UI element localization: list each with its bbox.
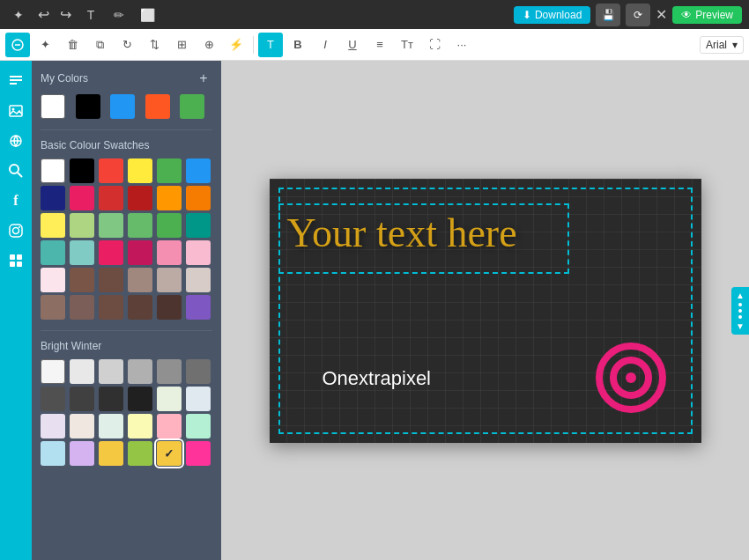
swatch-tan3[interactable]	[186, 268, 211, 292]
underline-btn[interactable]: U	[340, 33, 365, 57]
swatch-green[interactable]	[157, 158, 182, 183]
bw-gold-selected[interactable]: ✓	[157, 441, 182, 466]
swatch-red[interactable]	[99, 158, 123, 183]
swatch-brown[interactable]	[70, 268, 94, 292]
swatch-teal3[interactable]	[70, 240, 94, 265]
my-color-black[interactable]	[76, 94, 100, 119]
swatch-brown6[interactable]	[128, 295, 152, 320]
bw-darkgray[interactable]	[186, 359, 211, 384]
download-btn[interactable]: ⬇ Download	[514, 6, 590, 24]
swatch-tan2[interactable]	[157, 268, 182, 292]
swatch-lightgreen[interactable]	[70, 213, 94, 238]
swatch-purple[interactable]	[186, 295, 211, 320]
redo-btn[interactable]: ↪	[57, 6, 74, 23]
bw-hotpink2[interactable]	[186, 441, 211, 466]
bw-black[interactable]	[128, 387, 152, 411]
swatch-teal[interactable]	[186, 213, 211, 238]
undo-btn[interactable]: ↩	[35, 6, 52, 23]
my-color-orange[interactable]	[145, 94, 170, 119]
right-panel-handle[interactable]: ▲ ▼	[731, 287, 749, 335]
bw-green-pastel[interactable]	[186, 414, 211, 438]
my-color-blue[interactable]	[110, 94, 135, 119]
bw-blue1[interactable]	[186, 387, 211, 411]
instagram-sidebar-btn[interactable]	[3, 217, 29, 244]
effects-btn[interactable]: ⊕	[197, 33, 221, 57]
swatch-brown2[interactable]	[99, 268, 123, 292]
bw-gray[interactable]	[128, 359, 152, 384]
bw-mgray[interactable]	[99, 359, 123, 384]
regular-text-element[interactable]: Onextrapixel	[323, 367, 432, 390]
facebook-sidebar-btn[interactable]: f	[3, 188, 29, 214]
flip-btn[interactable]: ⇅	[142, 33, 167, 57]
align-btn[interactable]: ≡	[367, 33, 392, 57]
design-canvas[interactable]: Your text here Onextrapixel	[270, 179, 701, 443]
add-color-btn[interactable]: +	[195, 70, 212, 87]
swatch-brown7[interactable]	[157, 295, 182, 320]
swatch-yellow2[interactable]	[41, 213, 65, 238]
swatch-green3[interactable]	[157, 213, 182, 238]
select-tool-btn[interactable]: ✦	[7, 4, 30, 26]
save-btn[interactable]: 💾	[596, 4, 620, 26]
my-color-green[interactable]	[180, 94, 204, 119]
bw-green1[interactable]	[157, 387, 182, 411]
text-edit-btn[interactable]: T	[258, 33, 283, 57]
image-sidebar-btn[interactable]	[3, 98, 29, 124]
close-btn[interactable]: ✕	[656, 6, 667, 23]
animate-btn[interactable]: ⚡	[224, 33, 248, 57]
swatch-darkred[interactable]	[99, 186, 123, 210]
swatch-navy[interactable]	[41, 186, 65, 210]
bw-vdgray[interactable]	[41, 387, 65, 411]
draw-tool-btn[interactable]: ✏	[108, 4, 130, 26]
bold-btn[interactable]: B	[286, 33, 310, 57]
shape-tool-btn[interactable]: ⬜	[136, 4, 159, 26]
swatch-vdarkred[interactable]	[128, 186, 152, 210]
layers-btn[interactable]: ⊞	[169, 33, 194, 57]
bw-lavender[interactable]	[41, 414, 65, 438]
elements-sidebar-btn[interactable]	[3, 128, 29, 154]
bw-yellow-pastel[interactable]	[128, 414, 152, 438]
bw-skyblue[interactable]	[41, 441, 65, 466]
target-icon-element[interactable]	[596, 343, 666, 416]
swatch-brown3[interactable]	[41, 295, 65, 320]
my-color-white[interactable]	[41, 94, 65, 119]
bw-yellow-bright[interactable]	[99, 441, 123, 466]
bw-pink-pastel[interactable]	[157, 414, 182, 438]
swatch-rose[interactable]	[41, 268, 65, 292]
swatch-darkpink[interactable]	[128, 240, 152, 265]
swatch-darkorange[interactable]	[186, 186, 211, 210]
swatch-blue[interactable]	[186, 158, 211, 183]
swatch-brown4[interactable]	[70, 295, 94, 320]
swatch-brown5[interactable]	[99, 295, 123, 320]
bw-peach[interactable]	[70, 414, 94, 438]
search-sidebar-btn[interactable]	[3, 158, 29, 184]
preview-btn[interactable]: 👁 Preview	[672, 6, 742, 24]
text-tool-btn[interactable]: T	[79, 4, 102, 26]
swatch-palerose[interactable]	[186, 240, 211, 265]
swatch-yellow[interactable]	[128, 158, 152, 183]
swatch-black[interactable]	[70, 158, 94, 183]
swatch-hotpink[interactable]	[99, 240, 123, 265]
rotate-btn[interactable]: ↻	[115, 33, 139, 57]
bw-dark[interactable]	[70, 387, 94, 411]
cursor-btn[interactable]: ✦	[33, 33, 57, 57]
swatch-pink[interactable]	[70, 186, 94, 210]
swatch-tan[interactable]	[128, 268, 152, 292]
bw-vdark[interactable]	[99, 387, 123, 411]
history-btn[interactable]: ⟳	[626, 4, 650, 26]
swatch-orange[interactable]	[157, 186, 182, 210]
delete-btn[interactable]: 🗑	[60, 33, 85, 57]
swatch-medgreen[interactable]	[99, 213, 123, 238]
bw-purple-light[interactable]	[70, 441, 94, 466]
swatch-lightpink[interactable]	[157, 240, 182, 265]
pattern-sidebar-btn[interactable]	[3, 68, 29, 94]
duplicate-btn[interactable]: ⧉	[87, 33, 112, 57]
font-selector[interactable]: Arial ▾	[700, 36, 744, 54]
canvas-bg-btn[interactable]	[5, 33, 30, 57]
swatch-white[interactable]	[41, 158, 65, 183]
italic-btn[interactable]: I	[313, 33, 337, 57]
expand-btn[interactable]: ⛶	[422, 33, 447, 57]
font-size-btn[interactable]: Tт	[395, 33, 419, 57]
more-btn[interactable]: ···	[449, 33, 474, 57]
bw-mint[interactable]	[99, 414, 123, 438]
bw-dgray[interactable]	[157, 359, 182, 384]
